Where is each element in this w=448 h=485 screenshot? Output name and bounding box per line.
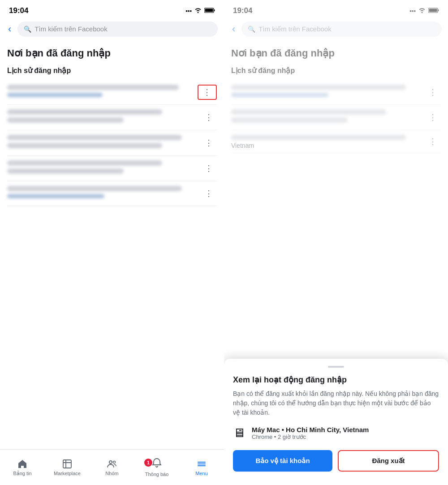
nav-item-groups-left[interactable]: Nhóm	[90, 456, 134, 479]
sheet-title: Xem lại hoạt động đăng nhập	[233, 375, 439, 385]
blur-line	[7, 143, 162, 148]
notification-badge-left: 1	[144, 459, 152, 467]
dimmed-overlay	[224, 0, 448, 342]
signal-icon-left: ▪▪▪	[185, 8, 192, 14]
svg-rect-2	[214, 9, 215, 11]
blur-line	[7, 168, 124, 174]
nav-item-menu-left[interactable]: Menu	[179, 456, 224, 479]
nav-label-groups-left: Nhóm	[105, 471, 118, 476]
more-options-button-2[interactable]: ⋮	[201, 112, 217, 123]
sheet-handle	[328, 366, 344, 368]
nav-label-home-left: Bảng tin	[13, 471, 31, 476]
svg-point-4	[109, 461, 112, 464]
device-main-text: Máy Mac • Ho Chi Minh City, Vietnam	[252, 426, 369, 433]
left-panel: 19:04 ▪▪▪ ‹ 🔍 Tìm kiếm trên Facebook Nơi…	[0, 0, 224, 485]
sheet-buttons: Bảo vệ tài khoản Đăng xuất	[233, 450, 439, 472]
svg-point-5	[113, 461, 116, 464]
device-info: Máy Mac • Ho Chi Minh City, Vietnam Chro…	[252, 426, 369, 440]
nav-item-home-left[interactable]: Bảng tin	[0, 456, 45, 479]
device-sub-text: Chrome • 2 giờ trước	[252, 433, 369, 440]
logout-button[interactable]: Đăng xuất	[338, 450, 439, 472]
nav-item-marketplace-left[interactable]: Marketplace	[45, 456, 90, 479]
section-title-left: Lịch sử đăng nhập	[7, 66, 217, 75]
nav-label-notifications-left: Thông báo	[145, 472, 169, 477]
login-item-4-content	[7, 160, 201, 176]
login-item-3-content	[7, 135, 201, 151]
login-item-3: ⋮	[7, 130, 217, 156]
bottom-nav-left: Bảng tin Marketplace Nhóm	[0, 449, 224, 485]
search-icon-left: 🔍	[24, 26, 31, 33]
blur-line	[7, 117, 124, 123]
bottom-sheet: Xem lại hoạt động đăng nhập Bạn có thể đ…	[224, 359, 448, 485]
nav-item-notifications-left[interactable]: 1 Thông báo	[134, 455, 179, 480]
blur-line	[7, 186, 182, 191]
blur-line	[7, 160, 162, 166]
blur-line	[7, 109, 162, 115]
device-info-row: 🖥 Máy Mac • Ho Chi Minh City, Vietnam Ch…	[233, 425, 439, 440]
page-title-left: Nơi bạn đã đăng nhập	[7, 47, 217, 59]
back-button-left[interactable]: ‹	[6, 22, 13, 36]
device-icon: 🖥	[233, 425, 246, 440]
search-row-left: ‹ 🔍 Tìm kiếm trên Facebook	[0, 19, 224, 41]
svg-rect-3	[63, 460, 71, 468]
login-item-5: ⋮	[7, 181, 217, 206]
home-icon-left	[17, 459, 28, 469]
nav-label-marketplace-left: Marketplace	[54, 471, 81, 476]
status-icons-left: ▪▪▪	[185, 7, 215, 15]
search-box-left[interactable]: 🔍 Tìm kiếm trên Facebook	[17, 21, 218, 37]
more-options-button-1[interactable]: ⋮	[198, 85, 217, 100]
groups-icon-left	[107, 459, 117, 469]
blur-line	[7, 135, 182, 140]
page-content-left: Nơi bạn đã đăng nhập Lịch sử đăng nhập ⋮…	[0, 41, 224, 449]
login-item-1: ⋮	[7, 80, 217, 105]
search-placeholder-left: Tìm kiếm trên Facebook	[34, 25, 107, 33]
more-options-button-5[interactable]: ⋮	[201, 188, 217, 199]
more-options-button-3[interactable]: ⋮	[201, 137, 217, 149]
more-options-button-4[interactable]: ⋮	[201, 163, 217, 174]
notifications-icon-left	[151, 458, 162, 468]
wifi-icon-left	[194, 7, 202, 15]
login-item-4: ⋮	[7, 156, 217, 181]
sheet-description: Bạn có thể đăng xuất khỏi lần đăng nhập …	[233, 389, 439, 417]
svg-rect-1	[205, 9, 213, 12]
nav-label-menu-left: Menu	[195, 471, 208, 476]
login-item-1-content	[7, 85, 198, 100]
login-item-2-content	[7, 109, 201, 125]
status-bar-left: 19:04 ▪▪▪	[0, 0, 224, 19]
login-item-5-content	[7, 186, 201, 201]
blur-line-blue	[7, 93, 103, 97]
battery-icon-left	[204, 7, 215, 15]
marketplace-icon-left	[62, 459, 73, 469]
protect-account-button[interactable]: Bảo vệ tài khoản	[233, 450, 332, 472]
blur-line-blue	[7, 194, 104, 198]
menu-icon-left	[196, 459, 207, 469]
right-panel: 19:04 ▪▪▪ ‹ 🔍 Tìm kiếm trên Facebook Nơi…	[224, 0, 448, 485]
login-item-2: ⋮	[7, 105, 217, 130]
blur-line	[7, 85, 179, 90]
status-time-left: 19:04	[9, 6, 28, 15]
